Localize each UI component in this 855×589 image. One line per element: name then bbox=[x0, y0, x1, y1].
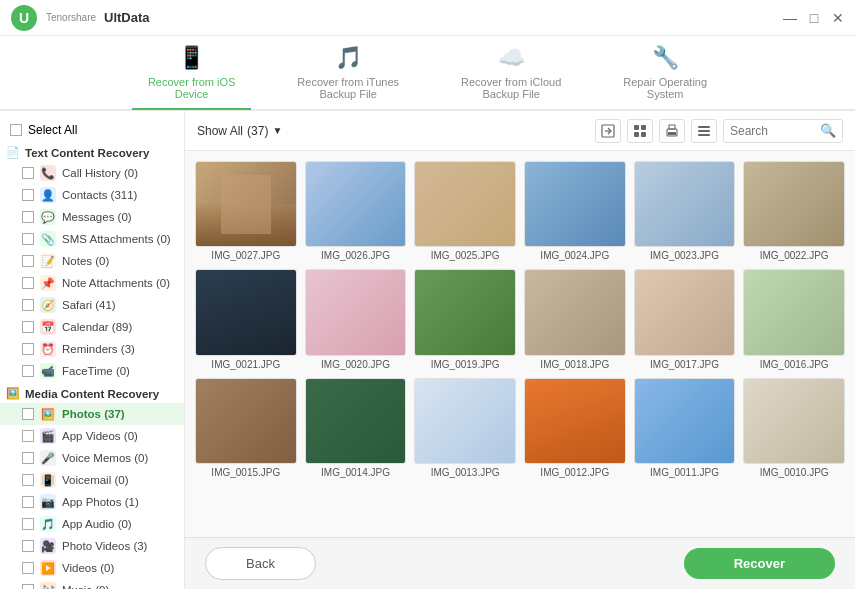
photo-item[interactable]: IMG_0020.JPG bbox=[305, 269, 407, 369]
sidebar-item-photos[interactable]: 🖼️ Photos (37) bbox=[0, 403, 184, 425]
select-all-checkbox[interactable] bbox=[10, 124, 22, 136]
sidebar-section-text[interactable]: 📄 Text Content Recovery bbox=[0, 141, 184, 162]
maximize-button[interactable]: □ bbox=[807, 11, 821, 25]
sidebar-item-safari[interactable]: 🧭 Safari (41) bbox=[0, 294, 184, 316]
sidebar-item-facetime[interactable]: 📹 FaceTime (0) bbox=[0, 360, 184, 382]
sidebar-item-note-attachments[interactable]: 📌 Note Attachments (0) bbox=[0, 272, 184, 294]
photo-item[interactable]: IMG_0011.JPG bbox=[634, 378, 736, 478]
sms-attachments-icon: 📎 bbox=[40, 231, 56, 247]
music-icon: 🎶 bbox=[40, 582, 56, 589]
facetime-checkbox[interactable] bbox=[22, 365, 34, 377]
sidebar-item-voice-memos[interactable]: 🎤 Voice Memos (0) bbox=[0, 447, 184, 469]
search-icon[interactable]: 🔍 bbox=[820, 123, 836, 138]
photo-thumbnail bbox=[634, 161, 736, 247]
sidebar-item-videos[interactable]: ▶️ Videos (0) bbox=[0, 557, 184, 579]
photo-name: IMG_0016.JPG bbox=[760, 359, 829, 370]
photo-item[interactable]: IMG_0022.JPG bbox=[743, 161, 845, 261]
photo-item[interactable]: IMG_0017.JPG bbox=[634, 269, 736, 369]
print-button[interactable] bbox=[659, 119, 685, 143]
sidebar-item-notes[interactable]: 📝 Notes (0) bbox=[0, 250, 184, 272]
nav-icloud[interactable]: ☁️ Recover from iCloud Backup File bbox=[445, 37, 577, 108]
photo-item[interactable]: IMG_0024.JPG bbox=[524, 161, 626, 261]
sidebar-item-contacts[interactable]: 👤 Contacts (311) bbox=[0, 184, 184, 206]
back-button[interactable]: Back bbox=[205, 547, 316, 580]
photo-item[interactable]: IMG_0026.JPG bbox=[305, 161, 407, 261]
photo-item[interactable]: IMG_0021.JPG bbox=[195, 269, 297, 369]
music-checkbox[interactable] bbox=[22, 584, 34, 589]
nav-icloud-icon: ☁️ bbox=[498, 45, 525, 71]
call-history-icon: 📞 bbox=[40, 165, 56, 181]
photo-name: IMG_0015.JPG bbox=[211, 467, 280, 478]
photo-item[interactable]: IMG_0016.JPG bbox=[743, 269, 845, 369]
sidebar-item-voicemail[interactable]: 📳 Voicemail (0) bbox=[0, 469, 184, 491]
photo-name: IMG_0021.JPG bbox=[211, 359, 280, 370]
photo-name: IMG_0027.JPG bbox=[211, 250, 280, 261]
app-videos-checkbox[interactable] bbox=[22, 430, 34, 442]
sidebar-item-call-history[interactable]: 📞 Call History (0) bbox=[0, 162, 184, 184]
svg-rect-5 bbox=[641, 125, 646, 130]
photo-item[interactable]: IMG_0027.JPG bbox=[195, 161, 297, 261]
sidebar-item-app-photos[interactable]: 📷 App Photos (1) bbox=[0, 491, 184, 513]
export-button[interactable] bbox=[595, 119, 621, 143]
select-all[interactable]: Select All bbox=[0, 119, 184, 141]
photo-videos-checkbox[interactable] bbox=[22, 540, 34, 552]
photo-videos-label: Photo Videos (3) bbox=[62, 540, 147, 552]
export-icon bbox=[601, 124, 615, 138]
svg-rect-10 bbox=[668, 132, 676, 135]
videos-checkbox[interactable] bbox=[22, 562, 34, 574]
sidebar-item-calendar[interactable]: 📅 Calendar (89) bbox=[0, 316, 184, 338]
sidebar-item-messages[interactable]: 💬 Messages (0) bbox=[0, 206, 184, 228]
text-section-label: Text Content Recovery bbox=[25, 147, 149, 159]
app-audio-checkbox[interactable] bbox=[22, 518, 34, 530]
show-all-button[interactable]: Show All (37) ▼ bbox=[197, 124, 282, 138]
reminders-checkbox[interactable] bbox=[22, 343, 34, 355]
voicemail-checkbox[interactable] bbox=[22, 474, 34, 486]
calendar-checkbox[interactable] bbox=[22, 321, 34, 333]
nav-ios-device[interactable]: 📱 Recover from iOS Device bbox=[132, 37, 251, 108]
photo-item[interactable]: IMG_0023.JPG bbox=[634, 161, 736, 261]
photo-item[interactable]: IMG_0012.JPG bbox=[524, 378, 626, 478]
minimize-button[interactable]: — bbox=[783, 11, 797, 25]
toolbar-right: 🔍 bbox=[595, 119, 843, 143]
reminders-icon: ⏰ bbox=[40, 341, 56, 357]
grid-view-button[interactable] bbox=[627, 119, 653, 143]
photo-thumbnail bbox=[305, 161, 407, 247]
photo-item[interactable]: IMG_0025.JPG bbox=[414, 161, 516, 261]
notes-checkbox[interactable] bbox=[22, 255, 34, 267]
sidebar-item-sms-attachments[interactable]: 📎 SMS Attachments (0) bbox=[0, 228, 184, 250]
svg-rect-4 bbox=[634, 125, 639, 130]
sidebar-item-reminders[interactable]: ⏰ Reminders (3) bbox=[0, 338, 184, 360]
photo-item[interactable]: IMG_0010.JPG bbox=[743, 378, 845, 478]
photo-name: IMG_0020.JPG bbox=[321, 359, 390, 370]
app-photos-checkbox[interactable] bbox=[22, 496, 34, 508]
grid-view-icon bbox=[633, 124, 647, 138]
contacts-checkbox[interactable] bbox=[22, 189, 34, 201]
nav-repair[interactable]: 🔧 Repair Operating System bbox=[607, 37, 723, 108]
safari-checkbox[interactable] bbox=[22, 299, 34, 311]
list-view-button[interactable] bbox=[691, 119, 717, 143]
search-input[interactable] bbox=[730, 124, 820, 138]
recover-button[interactable]: Recover bbox=[684, 548, 835, 579]
photos-checkbox[interactable] bbox=[22, 408, 34, 420]
photo-item[interactable]: IMG_0013.JPG bbox=[414, 378, 516, 478]
print-icon bbox=[665, 124, 679, 138]
photo-item[interactable]: IMG_0014.JPG bbox=[305, 378, 407, 478]
sms-attachments-checkbox[interactable] bbox=[22, 233, 34, 245]
sidebar-item-app-videos[interactable]: 🎬 App Videos (0) bbox=[0, 425, 184, 447]
nav-itunes[interactable]: 🎵 Recover from iTunes Backup File bbox=[281, 37, 415, 108]
sidebar-item-photo-videos[interactable]: 🎥 Photo Videos (3) bbox=[0, 535, 184, 557]
call-history-checkbox[interactable] bbox=[22, 167, 34, 179]
calendar-label: Calendar (89) bbox=[62, 321, 132, 333]
photo-thumbnail bbox=[743, 161, 845, 247]
photo-thumbnail bbox=[305, 378, 407, 464]
photo-item[interactable]: IMG_0015.JPG bbox=[195, 378, 297, 478]
close-button[interactable]: ✕ bbox=[831, 11, 845, 25]
messages-checkbox[interactable] bbox=[22, 211, 34, 223]
photo-item[interactable]: IMG_0018.JPG bbox=[524, 269, 626, 369]
sidebar-section-media[interactable]: 🖼️ Media Content Recovery bbox=[0, 382, 184, 403]
sidebar-item-music[interactable]: 🎶 Music (0) bbox=[0, 579, 184, 589]
note-attachments-checkbox[interactable] bbox=[22, 277, 34, 289]
sidebar-item-app-audio[interactable]: 🎵 App Audio (0) bbox=[0, 513, 184, 535]
photo-item[interactable]: IMG_0019.JPG bbox=[414, 269, 516, 369]
voice-memos-checkbox[interactable] bbox=[22, 452, 34, 464]
